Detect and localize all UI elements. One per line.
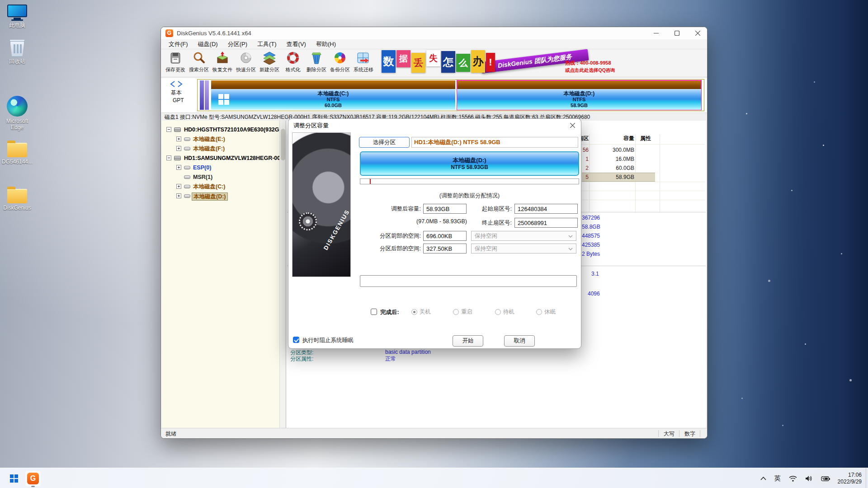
desktop-icon-edge[interactable]: Microsoft Edge — [0, 96, 34, 131]
tree-item-hd1[interactable]: HD1:SAMSUNGMZVLW128HEGR-000 — [162, 154, 286, 163]
volume-icon[interactable] — [805, 475, 813, 482]
recover-files-button[interactable]: 恢复文件 — [211, 50, 234, 76]
menu-help[interactable]: 帮助(H) — [311, 39, 341, 49]
disk-nav-arrows[interactable] — [169, 80, 185, 89]
new-partition-button[interactable]: 新建分区 — [258, 50, 281, 76]
start-button[interactable]: 开始 — [453, 335, 483, 347]
resize-partition-dialog: 调整分区容量 DISKGENIUS 选择分区 HD1:本地磁盘(D:) NTFS… — [288, 118, 581, 349]
promo-banner[interactable]: 数 据 丢 失 怎 么 办 ! DiskGenius 团队为您服务 热线：400… — [381, 49, 612, 77]
collapse-icon[interactable] — [166, 155, 171, 160]
system-migration-icon — [357, 51, 370, 65]
menu-tools[interactable]: 工具(T) — [252, 39, 282, 49]
maximize-button[interactable] — [666, 27, 687, 39]
radio-restart[interactable]: 重启 — [453, 308, 472, 316]
table-row[interactable]: 60.0GB — [596, 164, 634, 173]
search-partition-icon — [192, 51, 206, 65]
back-space-input[interactable] — [423, 244, 467, 253]
ad-qq-link[interactable]: 或点击此处选择QQ咨询 — [565, 67, 616, 74]
back-space-mode-dropdown[interactable]: 保持空闲 — [471, 244, 576, 253]
partition-c-bar[interactable]: 本地磁盘(C:) NTFS 60.0GB — [211, 80, 455, 110]
title-bar[interactable]: G DiskGenius V5.4.6.1441 x64 — [161, 27, 707, 39]
table-gridline — [582, 200, 705, 200]
resize-track[interactable] — [360, 178, 579, 184]
end-sector-input[interactable] — [514, 218, 578, 228]
taskbar-clock[interactable]: 17:06 2022/9/29 — [838, 472, 862, 485]
desktop-icon-label: 此电脑 — [0, 22, 34, 28]
tree-item-drive-e[interactable]: 本地磁盘(E:) — [162, 135, 286, 144]
ad-tile: ! — [486, 53, 495, 72]
tree-item-msr[interactable]: MSR(1) — [162, 173, 286, 182]
expand-icon[interactable] — [176, 193, 181, 198]
detail-value: 4096 — [588, 291, 600, 297]
desktop-icon-this-pc[interactable]: 此电脑 — [0, 5, 34, 28]
desktop-icon-recycle-bin[interactable]: 回收站 — [0, 40, 34, 65]
folder-icon — [7, 189, 27, 203]
format-button[interactable]: 格式化 — [281, 50, 305, 76]
taskbar-diskgenius-app[interactable]: G — [25, 471, 41, 486]
tree-scrollbar[interactable] — [279, 121, 286, 428]
start-sector-input[interactable] — [514, 204, 578, 214]
ad-tile: 办 — [471, 50, 485, 73]
minimize-button[interactable] — [646, 27, 666, 39]
tree-item-esp[interactable]: ESP(0) — [162, 163, 286, 172]
disk-icon — [174, 156, 181, 160]
expand-icon[interactable] — [176, 165, 181, 170]
tree-item-drive-f[interactable]: 本地磁盘(F:) — [162, 144, 286, 153]
window-title: DiskGenius V5.4.6.1441 x64 — [177, 30, 251, 37]
select-partition-button[interactable]: 选择分区 — [359, 137, 410, 148]
front-space-input[interactable] — [423, 231, 467, 241]
delete-partition-button[interactable]: 删除分区 — [305, 50, 328, 76]
desktop-icon-label: 回收站 — [0, 58, 34, 65]
tree-item-drive-c[interactable]: 本地磁盘(C:) — [162, 182, 286, 191]
expand-icon[interactable] — [176, 136, 181, 141]
expand-icon[interactable] — [176, 184, 181, 189]
resize-handle[interactable] — [370, 179, 371, 184]
menu-partition[interactable]: 分区(P) — [223, 39, 252, 49]
partition-esp-bar[interactable] — [200, 80, 204, 110]
prevent-sleep-checkbox[interactable] — [293, 337, 299, 343]
tray-chevron-up-icon[interactable] — [760, 477, 766, 480]
save-changes-icon — [169, 51, 182, 65]
dialog-partition-bar[interactable]: 本地磁盘(D:) NTFS 58.93GB — [360, 151, 579, 176]
table-row[interactable]: 16.0MB — [596, 155, 634, 164]
tree-item-drive-d-selected[interactable]: 本地磁盘(D:) — [162, 192, 286, 201]
partition-d-bar-selected[interactable]: 本地磁盘(D:) NTFS 58.9GB — [457, 80, 701, 110]
table-row[interactable]: 58.9GB — [596, 173, 634, 182]
battery-icon[interactable] — [821, 476, 830, 481]
search-partition-button[interactable]: 搜索分区 — [187, 50, 211, 76]
menu-file[interactable]: 文件(F) — [164, 39, 193, 49]
partition-msr-bar[interactable] — [205, 80, 209, 110]
tree-item-hd0[interactable]: HD0:HGSTHTS721010A9E630(932GB) — [162, 125, 286, 134]
scrollbar-thumb[interactable] — [281, 129, 285, 160]
capacity-input[interactable] — [423, 204, 467, 214]
system-migration-button[interactable]: 系统迁移 — [352, 50, 375, 76]
prevent-sleep-label: 执行时阻止系统睡眠 — [302, 337, 354, 344]
radio-shutdown[interactable]: 关机 — [411, 308, 431, 316]
table-row[interactable]: 300.0MB — [596, 145, 634, 155]
dialog-close-button[interactable] — [567, 121, 577, 130]
backup-partition-button[interactable]: 备份分区 — [328, 50, 352, 76]
menu-view[interactable]: 查看(V) — [282, 39, 311, 49]
cancel-button[interactable]: 取消 — [504, 335, 535, 347]
front-space-mode-dropdown[interactable]: 保持空闲 — [471, 231, 576, 241]
radio-standby[interactable]: 待机 — [495, 308, 514, 316]
desktop-icon-dg-folder[interactable]: DG546144... — [0, 143, 34, 165]
disk-band — [211, 80, 455, 89]
wifi-icon[interactable] — [789, 475, 797, 482]
disk-map-panel: 基本 GPT 本地磁盘(C:) NTFS 60.0GB — [161, 78, 707, 113]
after-complete-label: 完成后: — [380, 309, 399, 316]
quick-partition-button[interactable]: 快速分区 — [234, 50, 258, 76]
after-complete-checkbox[interactable] — [371, 309, 377, 315]
save-changes-button[interactable]: 保存更改 — [164, 50, 187, 76]
radio-hibernate[interactable]: 休眠 — [536, 308, 556, 316]
collapse-icon[interactable] — [166, 127, 171, 132]
close-button[interactable] — [687, 27, 708, 39]
desktop-icon-diskgenius-folder[interactable]: DiskGenius — [0, 189, 34, 211]
menu-disk[interactable]: 磁盘(D) — [193, 39, 223, 49]
expand-icon[interactable] — [176, 146, 181, 151]
disk-type-basic: 基本 — [171, 89, 182, 97]
tree-item-label: 本地磁盘(C:) — [192, 183, 227, 190]
start-button[interactable] — [6, 471, 22, 486]
show-desktop-button[interactable] — [866, 468, 868, 488]
ime-indicator[interactable]: 英 — [774, 474, 781, 483]
